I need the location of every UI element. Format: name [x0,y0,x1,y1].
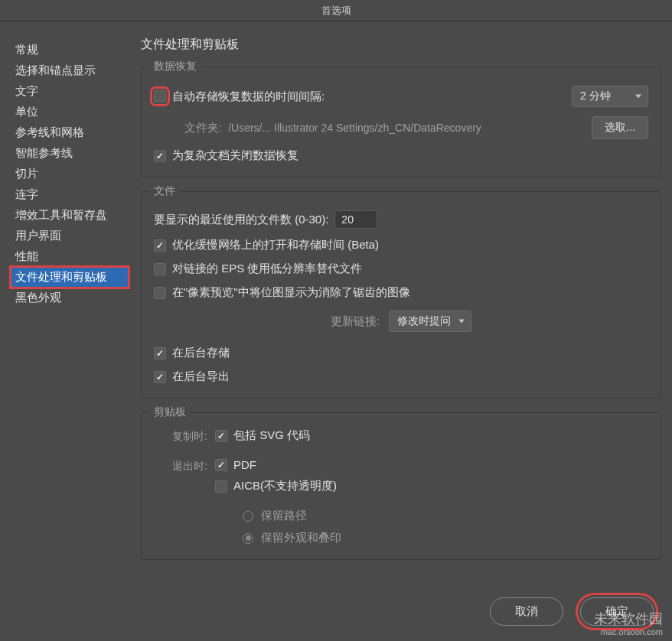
label-svg: 包括 SVG 代码 [233,428,310,443]
folder-path: /Users/... Illustrator 24 Settings/zh_CN… [228,122,481,134]
sidebar-item-plugins-scratch[interactable]: 增效工具和暂存盘 [11,205,129,226]
label-preserve-appearance: 保留外观和叠印 [261,531,341,545]
section-title-files: 文件 [149,184,180,198]
label-folder: 文件夹: [184,121,222,135]
label-auto-save: 自动存储恢复数据的时间间隔: [172,89,325,104]
checkbox-auto-save[interactable] [154,90,166,102]
label-bg-export: 在后台导出 [172,369,230,384]
label-preserve-paths: 保留路径 [261,509,307,523]
label-disable-complex: 为复杂文档关闭数据恢复 [172,148,298,163]
label-optimize-network: 优化缓慢网络上的打开和存储时间 (Beta) [172,238,379,252]
sidebar-item-ui[interactable]: 用户界面 [11,226,129,246]
checkbox-optimize-network[interactable] [154,239,166,252]
button-choose-folder[interactable]: 选取... [592,116,648,139]
checkbox-svg[interactable] [215,430,227,442]
section-clipboard: 剪贴板 复制时: 包括 SVG 代码 退出时: PDF [141,412,661,560]
sidebar-item-performance[interactable]: 性能 [11,246,129,267]
ok-button[interactable]: 确定 [580,597,654,626]
sidebar-item-selection-anchor[interactable]: 选择和锚点显示 [11,60,129,81]
sidebar-item-slices[interactable]: 切片 [11,164,129,184]
section-title-recovery: 数据恢复 [149,60,201,73]
label-update-links: 更新链接: [331,314,380,329]
label-pixel-preview: 在"像素预览"中将位图显示为消除了锯齿的图像 [172,285,410,300]
label-bg-save: 在后台存储 [172,346,230,360]
radio-preserve-paths[interactable] [243,511,253,522]
content-title: 文件处理和剪贴板 [141,37,661,53]
cancel-button[interactable]: 取消 [490,597,563,626]
section-files: 文件 要显示的最近使用的文件数 (0-30): 优化缓慢网络上的打开和存储时间 … [141,191,661,399]
checkbox-pdf[interactable] [215,459,227,471]
checkbox-pixel-preview[interactable] [154,287,166,299]
section-title-clipboard: 剪贴板 [149,405,191,419]
sidebar-item-guides-grid[interactable]: 参考线和网格 [11,122,129,143]
checkbox-lowres-eps[interactable] [154,263,166,275]
label-pdf: PDF [233,458,256,471]
sidebar-item-file-clipboard[interactable]: 文件处理和剪贴板 [11,267,129,288]
sidebar-item-units[interactable]: 单位 [11,102,129,122]
content-panel: 文件处理和剪贴板 数据恢复 自动存储恢复数据的时间间隔: 2 分钟 文件夹: /… [141,32,661,584]
dropdown-interval[interactable]: 2 分钟 [572,86,648,107]
sidebar-item-black-appearance[interactable]: 黑色外观 [11,288,129,308]
checkbox-disable-complex[interactable] [154,150,166,162]
sidebar-item-hyphenation[interactable]: 连字 [11,184,129,205]
footer-buttons: 取消 确定 [490,597,654,626]
checkbox-bg-export[interactable] [154,371,166,383]
window-title: 首选项 [0,0,672,21]
input-recent-files[interactable] [334,210,377,229]
label-lowres-eps: 对链接的 EPS 使用低分辨率替代文件 [172,262,362,276]
radio-preserve-appearance[interactable] [243,533,253,544]
watermark-url: mac.orsoon.com [594,627,663,636]
dropdown-update-links[interactable]: 修改时提问 [389,311,471,332]
sidebar-item-smart-guides[interactable]: 智能参考线 [11,143,129,164]
section-data-recovery: 数据恢复 自动存储恢复数据的时间间隔: 2 分钟 文件夹: /Users/...… [141,67,661,177]
sidebar: 常规 选择和锚点显示 文字 单位 参考线和网格 智能参考线 切片 连字 增效工具… [11,32,129,584]
label-aicb: AICB(不支持透明度) [233,479,337,493]
sidebar-item-type[interactable]: 文字 [11,81,129,102]
label-on-copy: 复制时: [154,428,207,451]
label-on-quit: 退出时: [154,458,207,501]
checkbox-bg-save[interactable] [154,347,166,360]
label-recent-files: 要显示的最近使用的文件数 (0-30): [154,213,328,227]
checkbox-aicb[interactable] [215,480,227,493]
sidebar-item-general[interactable]: 常规 [11,40,129,60]
